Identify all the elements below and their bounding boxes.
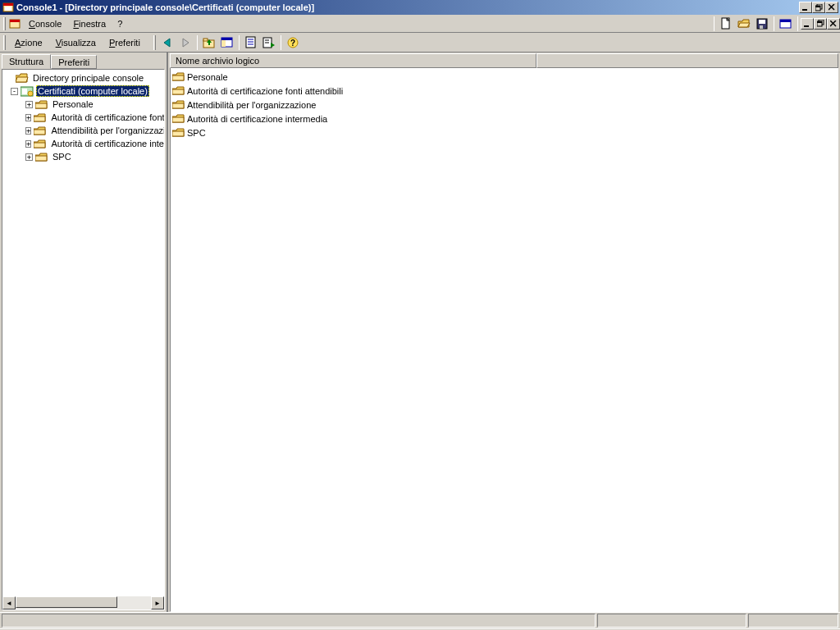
save-icon[interactable] [753, 16, 771, 32]
tree-item-label: Attendibilità per l'organizzazione [49, 125, 165, 136]
mmc-app-icon [9, 18, 21, 30]
child-restore-button[interactable] [814, 18, 827, 30]
toolbar-grip[interactable] [153, 35, 156, 50]
scroll-thumb[interactable] [16, 596, 117, 608]
export-list-icon[interactable] [260, 34, 278, 51]
child-minimize-button[interactable] [801, 18, 814, 30]
svg-point-49 [28, 91, 33, 96]
status-cell [597, 614, 746, 628]
properties-icon[interactable] [242, 34, 260, 51]
svg-rect-65 [172, 103, 184, 108]
svg-rect-24 [817, 21, 822, 23]
status-bar [0, 612, 840, 628]
window-minimize-button[interactable] [799, 2, 812, 13]
help-icon[interactable]: ? [284, 34, 302, 51]
svg-marker-46 [16, 77, 28, 82]
list-item-label: Personale [187, 72, 228, 82]
expand-icon[interactable]: + [25, 153, 33, 161]
expand-icon[interactable]: + [25, 140, 31, 148]
list-item-label: Autorità di certificazione intermedia [187, 114, 327, 124]
scroll-track[interactable] [16, 596, 151, 609]
svg-rect-48 [22, 89, 27, 94]
tree-item-label: Personale [51, 98, 95, 110]
tree-item[interactable]: +Autorità di certificazione fonti attend… [2, 111, 164, 124]
list-item[interactable]: Autorità di certificazione intermedia [171, 112, 838, 126]
collapse-icon[interactable]: - [11, 88, 18, 95]
right-pane: Nome archivio logico PersonaleAutorità d… [168, 52, 840, 612]
tree-root[interactable]: Directory principale console [2, 71, 164, 84]
nav-back-icon[interactable] [158, 34, 176, 51]
svg-rect-59 [35, 156, 47, 161]
svg-rect-20 [780, 20, 791, 22]
new-window-icon[interactable] [777, 16, 795, 32]
column-header-empty[interactable] [536, 53, 838, 68]
menu-finestra[interactable]: Finestra [67, 17, 112, 30]
toolbar-grip[interactable] [3, 35, 6, 50]
svg-rect-2 [5, 7, 11, 11]
svg-rect-69 [172, 131, 184, 136]
svg-rect-1 [3, 3, 13, 6]
show-hide-tree-icon[interactable] [218, 34, 236, 51]
list-item[interactable]: Attendibilità per l'organizzazione [171, 98, 838, 112]
window-restore-button[interactable] [812, 2, 825, 13]
open-icon[interactable] [735, 16, 753, 32]
menubar-top: Console Finestra ? [0, 15, 840, 33]
svg-rect-6 [815, 6, 820, 7]
list-item-label: Autorità di certificazione fonti attendi… [187, 86, 343, 96]
folder-icon [35, 99, 48, 110]
menu-visualizza[interactable]: Visualizza [49, 35, 103, 50]
menu-azione[interactable]: Azione [8, 35, 49, 50]
tree-item[interactable]: +Attendibilità per l'organizzazione [2, 124, 164, 137]
menu-preferiti[interactable]: Preferiti [103, 35, 147, 50]
svg-marker-27 [164, 39, 170, 47]
tree-view[interactable]: Directory principale console - Certifica… [2, 69, 165, 610]
expand-icon[interactable]: + [25, 101, 33, 108]
expand-icon[interactable]: + [25, 127, 31, 135]
folder-icon [172, 85, 185, 96]
left-pane-tabs: Struttura Preferiti [0, 52, 167, 69]
tree-item-label: SPC [51, 151, 73, 162]
list-header: Nome archivio logico [170, 53, 838, 68]
tree-item-label: Autorità di certificazione intermedia [49, 138, 165, 149]
tree-item-label: Autorità di certificazione fonti attendi… [49, 112, 165, 123]
svg-rect-18 [763, 25, 765, 29]
menu-help[interactable]: ? [112, 17, 128, 30]
folder-icon [34, 139, 47, 149]
menu-console[interactable]: Console [23, 17, 67, 30]
list-item[interactable]: Personale [171, 70, 838, 84]
svg-rect-34 [221, 40, 226, 47]
folder-icon [172, 113, 185, 124]
tree-item[interactable]: +Personale [2, 98, 164, 111]
expand-icon[interactable]: + [25, 114, 31, 121]
svg-marker-28 [183, 39, 189, 47]
status-cell [2, 614, 596, 628]
window-close-button[interactable] [825, 2, 838, 13]
svg-rect-3 [802, 9, 807, 11]
folder-icon [35, 152, 48, 162]
tab-preferiti[interactable]: Preferiti [51, 55, 97, 69]
svg-rect-57 [34, 143, 45, 148]
list-body[interactable]: PersonaleAutorità di certificazione font… [170, 68, 838, 612]
svg-marker-42 [271, 43, 275, 48]
column-header-nome[interactable]: Nome archivio logico [170, 53, 536, 68]
list-item[interactable]: SPC [171, 126, 838, 139]
up-one-level-icon[interactable] [200, 34, 218, 51]
scroll-right-icon[interactable]: ► [151, 596, 164, 609]
tree-horizontal-scrollbar[interactable]: ◄ ► [2, 596, 164, 609]
menubar-grip[interactable] [3, 17, 6, 30]
nav-forward-icon[interactable] [176, 34, 194, 51]
certificate-snapin-icon [21, 86, 34, 97]
new-icon[interactable] [717, 16, 735, 32]
list-item[interactable]: Autorità di certificazione fonti attendi… [171, 84, 838, 98]
svg-text:?: ? [290, 39, 295, 48]
scroll-left-icon[interactable]: ◄ [2, 596, 16, 609]
svg-marker-14 [738, 23, 750, 27]
folder-icon [172, 99, 185, 110]
child-close-button[interactable] [827, 18, 840, 30]
tree-item[interactable]: +Autorità di certificazione intermedia [2, 137, 164, 150]
tree-item-certificati[interactable]: - Certificati (computer locale) [2, 84, 164, 98]
mmc-app-icon [2, 2, 14, 13]
tab-struttura[interactable]: Struttura [2, 54, 51, 69]
tree-item[interactable]: +SPC [2, 150, 164, 163]
svg-rect-30 [203, 39, 208, 41]
